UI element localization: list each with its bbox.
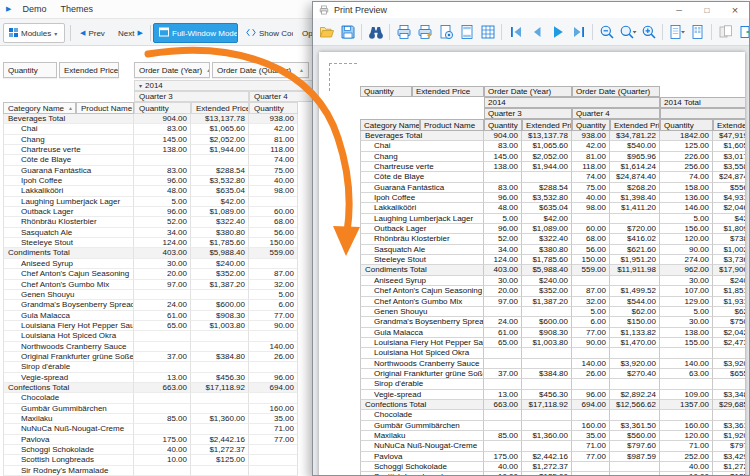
row-header-cell[interactable]: Louisiana Fiery Hot Pepper Sauce [3, 321, 134, 331]
row-header-cell[interactable]: Condiments Total [3, 248, 134, 258]
value-cell[interactable]: 30.00 [134, 259, 191, 269]
quick-print-button[interactable] [414, 21, 435, 43]
row-header-cell[interactable]: Louisiana Hot Spiced Okra [3, 331, 134, 341]
row-header-cell[interactable]: Rhönbräu Klosterbier [3, 217, 134, 227]
value-cell[interactable]: 403.00 [134, 248, 191, 258]
value-cell[interactable]: $635.04 [191, 186, 249, 196]
table-row[interactable]: Gumbär Gummibärchen160.00 [3, 404, 298, 414]
table-row[interactable]: Chef Anton's Gumbo Mix97.00$1,387.2032.0… [3, 280, 298, 290]
value-cell[interactable] [134, 404, 191, 414]
value-cell[interactable]: 140.00 [249, 342, 298, 352]
export-document-button[interactable] [666, 21, 687, 43]
row-header-cell[interactable]: Chocolade [3, 393, 134, 403]
menu-item-themes[interactable]: Themes [53, 0, 100, 18]
table-row[interactable]: Chocolade [3, 393, 298, 403]
data-field-extended-price[interactable]: Extended Price [59, 62, 119, 78]
row-header-cell[interactable]: Gumbär Gummibärchen [3, 404, 134, 414]
row-header-cell[interactable]: Côte de Blaye [3, 155, 134, 165]
value-cell[interactable]: 96.00 [134, 176, 191, 186]
table-row[interactable]: Sasquatch Ale34.00$380.8056.00 [3, 228, 298, 238]
row-header-cell[interactable]: Gula Malacca [3, 311, 134, 321]
row-header-cell[interactable]: Chef Anton's Cajun Seasoning [3, 269, 134, 279]
close-button[interactable]: × [721, 2, 749, 18]
zoom-in-button[interactable] [638, 21, 659, 43]
save-button[interactable] [337, 21, 358, 43]
quarter3-header-cell[interactable]: Quarter 3 [134, 91, 249, 102]
value-cell[interactable]: 5.00 [249, 290, 298, 300]
value-cell[interactable] [134, 155, 191, 165]
table-row[interactable]: Beverages Total904.00$13,137.78938.00 [3, 114, 298, 124]
value-cell[interactable]: 52.00 [134, 217, 191, 227]
value-cell[interactable]: $1,065.60 [191, 124, 249, 134]
table-row[interactable]: Gula Malacca61.00$908.3077.00 [3, 311, 298, 321]
value-cell[interactable]: $1,944.00 [191, 145, 249, 155]
value-cell[interactable]: $1,785.60 [191, 238, 249, 248]
header-footer-button[interactable] [456, 21, 477, 43]
row-header-cell[interactable]: Confections Total [3, 383, 134, 393]
value-cell[interactable]: 87.00 [249, 269, 298, 279]
minimize-button[interactable]: ─ [665, 2, 693, 18]
row-header-cell[interactable]: Chang [3, 135, 134, 145]
value-cell[interactable]: 40.00 [249, 176, 298, 186]
value-cell[interactable]: 96.00 [249, 373, 298, 383]
table-row[interactable]: Lakkalikööri48.00$635.0498.00 [3, 186, 298, 196]
value-cell[interactable] [249, 362, 298, 372]
row-header-cell[interactable]: Beverages Total [3, 114, 134, 124]
value-cell[interactable] [134, 331, 191, 341]
value-cell[interactable]: 938.00 [249, 114, 298, 124]
value-cell[interactable]: 24.00 [134, 300, 191, 310]
table-row[interactable]: Côte de Blaye74.00 [3, 155, 298, 165]
row-field-category-name[interactable]: Category Name▲ [3, 102, 76, 114]
value-cell[interactable]: $17,118.92 [191, 383, 249, 393]
table-row[interactable]: Original Frankfurter grüne Soße37.00$384… [3, 352, 298, 362]
value-cell[interactable]: 68.00 [249, 217, 298, 227]
value-cell[interactable]: 34.00 [134, 228, 191, 238]
print-button[interactable] [393, 21, 414, 43]
row-header-cell[interactable]: Chef Anton's Gumbo Mix [3, 280, 134, 290]
table-row[interactable]: Schoggi Schokolade40.00$1,272.37 [3, 445, 298, 455]
table-row[interactable]: Scottish Longbreads10.00$125.00 [3, 455, 298, 465]
row-header-cell[interactable]: Steeleye Stout [3, 238, 134, 248]
value-cell[interactable]: $42.00 [191, 197, 249, 207]
previous-page-button[interactable] [526, 21, 547, 43]
row-header-cell[interactable]: Schoggi Schokolade [3, 445, 134, 455]
value-cell[interactable]: 37.00 [134, 352, 191, 362]
row-header-cell[interactable]: Ipoh Coffee [3, 176, 134, 186]
value-cell[interactable]: $125.00 [191, 455, 249, 465]
table-row[interactable]: Vegie-spread13.00$456.3096.00 [3, 373, 298, 383]
row-header-cell[interactable]: Northwoods Cranberry Sauce [3, 342, 134, 352]
row-header-cell[interactable]: Scottish Longbreads [3, 455, 134, 465]
table-row[interactable]: Chef Anton's Cajun Seasoning20.00$352.00… [3, 269, 298, 279]
table-row[interactable]: Outback Lager96.00$1,089.0060.00 [3, 207, 298, 217]
value-cell[interactable]: 56.00 [249, 228, 298, 238]
value-cell[interactable]: 694.00 [249, 383, 298, 393]
next-page-button[interactable] [547, 21, 568, 43]
value-cell[interactable]: 175.00 [134, 435, 191, 445]
show-code-button[interactable]: Show Code [240, 23, 294, 43]
value-cell[interactable] [191, 424, 249, 434]
table-row[interactable]: Confections Total663.00$17,118.92694.00 [3, 383, 298, 393]
row-header-cell[interactable]: Aniseed Syrup [3, 259, 134, 269]
value-cell[interactable] [249, 455, 298, 465]
value-cell[interactable] [191, 362, 249, 372]
table-row[interactable]: NuNuCa Nuß-Nougat-Creme71.00 [3, 424, 298, 434]
table-row[interactable]: Condiments Total403.00$5,988.40559.00 [3, 248, 298, 258]
row-header-cell[interactable]: Vegie-spread [3, 373, 134, 383]
value-cell[interactable]: $380.80 [191, 228, 249, 238]
next-button[interactable]: Next ▶ [112, 23, 150, 43]
table-row[interactable]: Steeleye Stout124.00$1,785.60150.00 [3, 238, 298, 248]
value-cell[interactable]: $384.80 [191, 352, 249, 362]
row-header-cell[interactable]: Sir Rodney's Marmalade [3, 466, 134, 476]
value-cell[interactable]: 160.00 [249, 404, 298, 414]
value-cell[interactable]: 61.00 [134, 311, 191, 321]
value-cell[interactable]: $352.00 [191, 269, 249, 279]
value-cell[interactable]: 77.00 [249, 435, 298, 445]
value-cell[interactable]: $456.30 [191, 373, 249, 383]
value-cell[interactable]: $322.40 [191, 217, 249, 227]
value-cell[interactable]: 32.00 [249, 280, 298, 290]
full-window-mode-button[interactable]: Full-Window Mode [153, 23, 238, 43]
value-cell[interactable]: $5,988.40 [191, 248, 249, 258]
row-header-cell[interactable]: Maxilaku [3, 414, 134, 424]
first-page-button[interactable] [505, 21, 526, 43]
value-cell[interactable] [191, 290, 249, 300]
